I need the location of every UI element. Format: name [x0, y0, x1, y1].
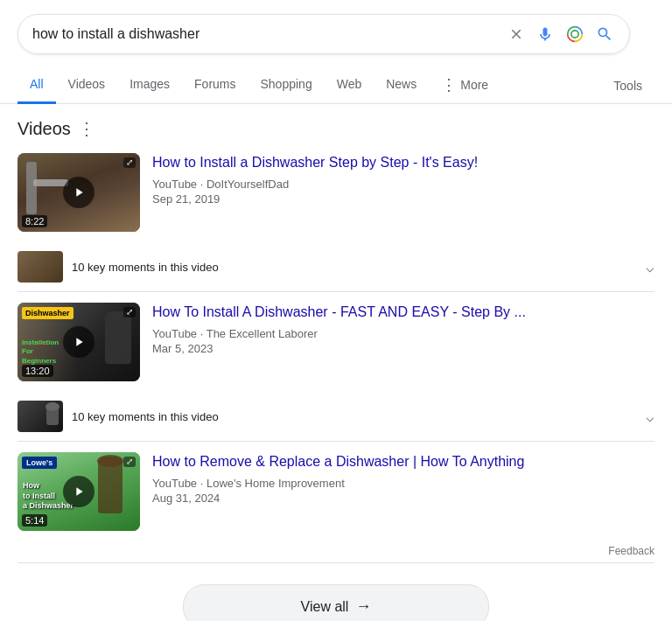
video-source-3: YouTube · Lowe's Home Improvement — [152, 477, 654, 490]
dots-icon: ⋮ — [441, 77, 457, 93]
duration-badge-2: 13:20 — [22, 365, 53, 377]
video-info-3: How to Remove & Replace a Dishwasher | H… — [152, 452, 654, 531]
video-source-1: YouTube · DoItYourselfDad — [152, 178, 654, 191]
video-item-3: Lowe's Howto Installa Dishwasher 5:14 ⤢ … — [18, 452, 654, 541]
video-info-1: How to Install a Dishwasher Step by Step… — [152, 153, 654, 232]
play-button-1[interactable] — [63, 177, 94, 208]
chevron-down-icon-1: ⌵ — [646, 259, 654, 276]
tab-more[interactable]: ⋮ More — [429, 68, 500, 104]
duration-badge-1: 8:22 — [22, 215, 47, 227]
video-date-1: Sep 21, 2019 — [152, 192, 654, 206]
video-item-1: 8:22 ⤢ How to Install a Dishwasher Step … — [18, 153, 654, 291]
play-button-2[interactable] — [63, 326, 94, 358]
expand-icon-3[interactable]: ⤢ — [123, 457, 136, 467]
dishwasher-overlay-label: Dishwasher — [22, 307, 74, 319]
visual-search-button[interactable] — [564, 24, 585, 45]
divider-3 — [18, 562, 654, 563]
key-moments-text-2: 10 key moments in this video — [72, 410, 637, 423]
view-all-container: View all → — [18, 584, 654, 621]
microphone-icon — [536, 25, 554, 43]
key-moments-text-1: 10 key moments in this video — [72, 261, 637, 274]
lowes-label: Lowe's — [22, 457, 57, 469]
video-title-1[interactable]: How to Install a Dishwasher Step by Step… — [152, 153, 654, 172]
play-button-3[interactable] — [63, 476, 94, 507]
search-tabs: All Videos Images Forums Shopping Web Ne… — [0, 61, 672, 104]
feedback-row: Feedback — [18, 541, 654, 562]
video-main-row-3: Lowe's Howto Installa Dishwasher 5:14 ⤢ … — [18, 452, 654, 541]
video-title-3[interactable]: How to Remove & Replace a Dishwasher | H… — [152, 452, 654, 471]
search-icon — [596, 25, 613, 43]
video-date-3: Aug 31, 2024 — [152, 492, 654, 505]
search-bar — [18, 14, 630, 54]
key-moments-row-2[interactable]: 10 key moments in this video ⌵ — [18, 392, 654, 441]
tab-web[interactable]: Web — [325, 68, 374, 104]
divider-2 — [18, 441, 654, 442]
videos-section-header: Videos ⋮ — [18, 118, 654, 139]
view-all-button[interactable]: View all → — [183, 584, 489, 621]
svg-point-0 — [571, 31, 578, 38]
section-title: Videos — [18, 119, 71, 139]
search-icon-group — [507, 24, 615, 45]
main-content: Videos ⋮ 8:22 ⤢ How to Install a Dishwas… — [0, 104, 672, 577]
video-thumbnail-2[interactable]: Dishwasher InstallationForBeginners → 13… — [18, 303, 140, 381]
voice-search-button[interactable] — [535, 24, 556, 45]
arrow-right-icon: → — [355, 597, 371, 616]
tabs-left: All Videos Images Forums Shopping Web Ne… — [18, 68, 500, 103]
play-icon-3 — [72, 485, 86, 499]
search-input[interactable] — [32, 26, 500, 42]
video-main-row-2: Dishwasher InstallationForBeginners → 13… — [18, 303, 654, 392]
feedback-link[interactable]: Feedback — [608, 545, 654, 557]
play-icon-2 — [72, 335, 86, 349]
key-moments-thumb-2 — [18, 401, 63, 432]
tab-shopping[interactable]: Shopping — [248, 68, 325, 104]
expand-icon-1[interactable]: ⤢ — [123, 157, 136, 168]
search-bar-container — [0, 0, 672, 54]
tab-videos[interactable]: Videos — [56, 68, 118, 104]
key-moments-thumb-1 — [18, 251, 63, 283]
video-thumbnail-1[interactable]: 8:22 ⤢ — [18, 153, 140, 232]
tab-forums[interactable]: Forums — [182, 68, 248, 104]
tab-tools[interactable]: Tools — [601, 70, 654, 101]
key-moments-row-1[interactable]: 10 key moments in this video ⌵ — [18, 242, 654, 291]
video-info-2: How To Install A Dishwasher - FAST AND E… — [152, 303, 654, 381]
video-main-row-1: 8:22 ⤢ How to Install a Dishwasher Step … — [18, 153, 654, 242]
divider-1 — [18, 291, 654, 292]
lens-icon — [566, 25, 584, 43]
close-icon — [508, 26, 524, 42]
duration-badge-3: 5:14 — [22, 514, 47, 527]
play-icon-1 — [72, 185, 86, 199]
tab-all[interactable]: All — [18, 68, 56, 104]
section-menu-icon[interactable]: ⋮ — [78, 118, 95, 139]
video-date-2: Mar 5, 2023 — [152, 342, 654, 355]
view-all-label: View all — [301, 599, 349, 615]
video-item-2: Dishwasher InstallationForBeginners → 13… — [18, 303, 654, 441]
tab-images[interactable]: Images — [117, 68, 182, 104]
chevron-down-icon-2: ⌵ — [646, 408, 654, 425]
tab-news[interactable]: News — [374, 68, 429, 104]
clear-search-button[interactable] — [507, 24, 526, 44]
expand-icon-2[interactable]: ⤢ — [123, 307, 136, 317]
video-thumbnail-3[interactable]: Lowe's Howto Installa Dishwasher 5:14 ⤢ — [18, 452, 140, 531]
search-submit-button[interactable] — [594, 24, 615, 45]
video-title-2[interactable]: How To Install A Dishwasher - FAST AND E… — [152, 303, 654, 322]
video-source-2: YouTube · The Excellent Laborer — [152, 327, 654, 340]
